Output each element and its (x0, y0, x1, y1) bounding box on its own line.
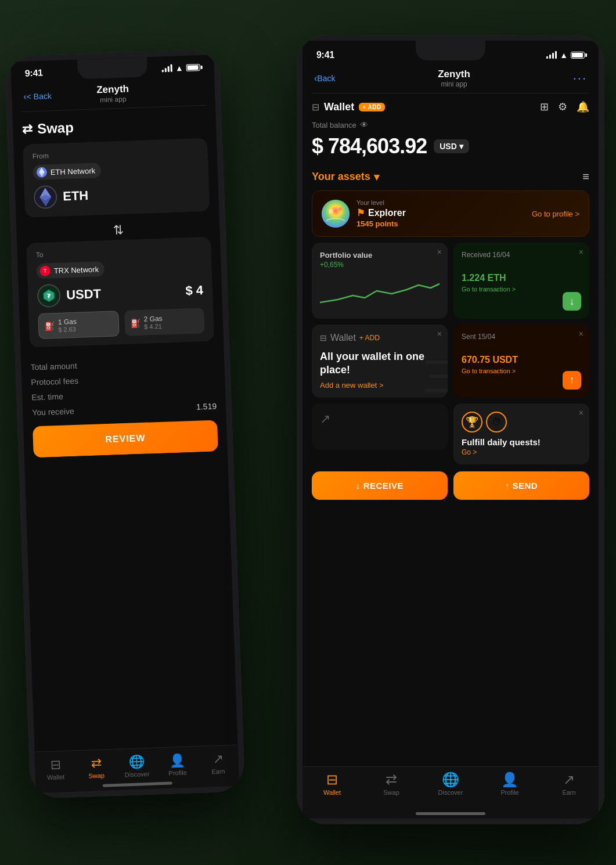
wallet-add-plus-label[interactable]: + ADD (359, 334, 380, 342)
assets-filter-icon[interactable]: ≡ (582, 170, 589, 183)
bottom-nav-front: ⊟ Wallet ⇄ Swap 🌐 Discover 👤 Profile (302, 766, 599, 819)
nav-swap-back[interactable]: ⇄ Swap (75, 756, 117, 780)
wallet-header-row: ⊟ Wallet + ADD ⊞ ⚙ 🔔 (312, 93, 589, 118)
scene: 9:41 ▲ ‹ (0, 0, 616, 865)
sent-card[interactable]: × Sent 15/04 670.75 USDT Go to transacti… (453, 325, 589, 398)
quest-badge-icon: 🏆 (462, 412, 482, 432)
to-network-badge[interactable]: T TRX Network (36, 261, 105, 279)
to-token-name: USDT (66, 286, 102, 302)
nav-header-front: ‹ Back Zenyth mini app ··· (302, 64, 599, 93)
portfolio-card[interactable]: × Portfolio value +0,65% (312, 243, 448, 319)
nav-wallet-front[interactable]: ⊟ Wallet (302, 773, 362, 807)
battery-icon-front (571, 52, 585, 59)
wallet-page-icon: ⊟ (312, 102, 319, 113)
you-receive-value: 1.519 (196, 401, 217, 411)
wallet-add-card[interactable]: × ⊟ Wallet + ADD All your wallet in one … (312, 325, 448, 398)
sent-label: Sent 15/04 (462, 333, 581, 341)
wallet-content[interactable]: ⊟ Wallet + ADD ⊞ ⚙ 🔔 Total balance (302, 93, 599, 766)
gas-icon-1: ⛽ (45, 321, 55, 331)
eye-icon[interactable]: 👁 (360, 120, 368, 129)
time-back: 9:41 (25, 68, 43, 79)
back-button-front[interactable]: ‹ Back (314, 73, 335, 84)
home-indicator-front (416, 812, 485, 815)
portfolio-title: Portfolio value (320, 251, 440, 260)
gas-option-2[interactable]: ⛽ 2 Gas $ 4.21 (124, 308, 204, 336)
nav-earn-back[interactable]: ↗ Earn (197, 752, 239, 776)
earn-front-nav-label: Earn (562, 789, 575, 796)
settings-icon[interactable]: ⚙ (558, 100, 567, 113)
received-tx-link[interactable]: Go to transaction > (462, 286, 581, 293)
received-amount: 1.224 ETH (462, 273, 581, 283)
nav-title-back: Zenyth mini app (96, 83, 129, 104)
currency-selector[interactable]: USD ▾ (434, 139, 469, 153)
from-network-label: ETH Network (51, 166, 96, 176)
from-network-badge[interactable]: ETH Network (33, 163, 101, 180)
received-card[interactable]: × Received 16/04 1.224 ETH Go to transac… (453, 243, 589, 319)
gas-1-info: 1 Gas $ 2.63 (58, 318, 77, 333)
nav-discover-front[interactable]: 🌐 Discover (421, 773, 480, 807)
wallet-front-nav-icon: ⊟ (326, 773, 338, 787)
level-points: 1545 points (356, 219, 525, 228)
chevron-down-icon: ▾ (459, 142, 463, 151)
portfolio-change: +0,65% (320, 261, 440, 269)
partial-card-left[interactable]: ↗ (312, 403, 448, 450)
qr-code-icon[interactable]: ⊞ (540, 100, 549, 113)
user-avatar (322, 200, 350, 228)
from-token-row: ETH (34, 180, 200, 209)
assets-header: Your assets ▾ ≡ (312, 165, 589, 190)
receive-button[interactable]: ↓ RECEIVE (312, 471, 448, 500)
nav-earn-front[interactable]: ↗ Earn (539, 773, 599, 807)
review-button[interactable]: REVIEW (33, 420, 218, 457)
go-to-profile-link[interactable]: Go to profile > (532, 210, 579, 218)
level-card[interactable]: Your level ⚑ Explorer 1545 points Go to … (312, 190, 589, 237)
to-section[interactable]: To T TRX Network ₮ (26, 237, 214, 348)
close-wallet-add-icon[interactable]: × (437, 329, 442, 338)
info-rows: Total amount Protocol fees Est. time You… (30, 347, 217, 417)
assets-title-text: Your assets (312, 171, 370, 183)
to-amount: $ 4 (185, 283, 203, 298)
wallet-nav-icon: ⊟ (50, 758, 61, 772)
sent-arrow-icon: ↑ (563, 371, 581, 390)
back-button-back[interactable]: ‹ < Back (23, 91, 52, 102)
quest-card[interactable]: × 🏆 ⏱ Fulfill daily quests! Go > (453, 403, 589, 464)
received-label: Received 16/04 (462, 251, 581, 259)
cards-grid: × Portfolio value +0,65% × Received 16/0 (312, 243, 589, 398)
svg-point-4 (338, 207, 342, 211)
nav-profile-front[interactable]: 👤 Profile (480, 773, 539, 807)
close-sent-icon[interactable]: × (579, 329, 583, 338)
profile-nav-icon: 👤 (169, 754, 185, 767)
close-quest-icon[interactable]: × (579, 408, 583, 417)
wallet-add-link[interactable]: Add a new wallet > (320, 381, 440, 390)
swap-front-nav-icon: ⇄ (386, 773, 397, 787)
gas-option-1[interactable]: ⛽ 1 Gas $ 2.63 (38, 311, 119, 339)
close-portfolio-icon[interactable]: × (437, 247, 442, 257)
balance-amount: $ 784,603.92 (312, 134, 427, 158)
profile-front-nav-label: Profile (500, 789, 518, 796)
received-date: Received 16/04 (462, 251, 510, 259)
quest-link[interactable]: Go > (462, 448, 581, 456)
more-button-front[interactable]: ··· (573, 71, 587, 86)
status-icons-front: ▲ (546, 51, 585, 60)
nav-swap-front[interactable]: ⇄ Swap (362, 773, 421, 807)
app-title-front: Zenyth (438, 69, 470, 80)
send-button[interactable]: ↑ SEND (453, 471, 589, 500)
nav-wallet-back[interactable]: ⊟ Wallet (35, 758, 76, 781)
back-label-back: < Back (26, 91, 52, 101)
add-wallet-badge[interactable]: + ADD (359, 103, 384, 111)
arrow-partial-icon: ↗ (320, 412, 330, 426)
est-time-row: Est. time (31, 386, 216, 402)
nav-profile-back[interactable]: 👤 Profile (157, 754, 198, 777)
notch-back (77, 57, 147, 79)
swap-nav-icon: ⇄ (91, 757, 102, 770)
close-received-icon[interactable]: × (579, 247, 583, 257)
assets-title[interactable]: Your assets ▾ (312, 171, 379, 183)
phone-back: 9:41 ▲ ‹ (5, 49, 245, 799)
from-label: From (33, 146, 199, 160)
nav-discover-back[interactable]: 🌐 Discover (116, 755, 157, 778)
usdt-token-icon: ₮ (37, 284, 61, 308)
wallet-title-group: ⊟ Wallet + ADD (312, 101, 385, 113)
swap-nav-label: Swap (88, 772, 105, 780)
from-section[interactable]: From ETH Network (23, 138, 210, 218)
notification-icon[interactable]: 🔔 (577, 100, 589, 113)
time-front: 9:41 (316, 50, 334, 60)
